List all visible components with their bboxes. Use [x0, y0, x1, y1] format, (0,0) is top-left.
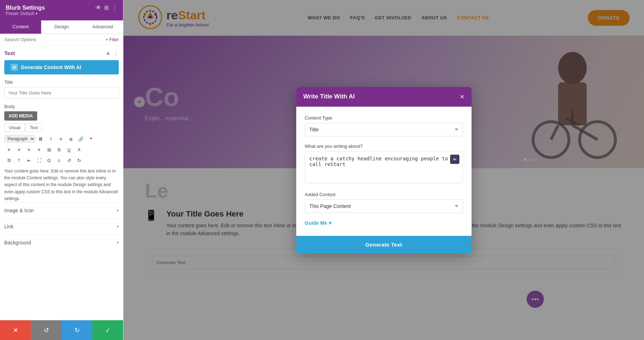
toolbar-row-3: ⧉ T ⇤ ⛶ Ω ☺ ↺ ↻	[4, 156, 119, 165]
ai-modal: Write Title With AI × Content Type Title…	[296, 87, 472, 253]
special-char-button[interactable]: Ω	[44, 156, 54, 165]
redo-icon: ↻	[74, 326, 80, 334]
fullscreen-button[interactable]: ⛶	[34, 156, 44, 165]
check-icon: ✓	[105, 326, 111, 334]
tab-content[interactable]: Content	[0, 20, 41, 34]
text-section-header: Text ▲ ⋮	[4, 50, 119, 57]
outdent-button[interactable]: ⇤	[24, 156, 34, 165]
collapse-icon[interactable]: ▲	[105, 50, 111, 57]
align-left-button[interactable]: ≡	[4, 145, 14, 154]
bottom-bar: ✕ ↺ ↻ ✓	[0, 320, 123, 340]
save-button[interactable]: ✓	[92, 320, 123, 340]
modal-overlay: Write Title With AI × Content Type Title…	[123, 0, 644, 340]
undo-button[interactable]: ↺	[31, 320, 62, 340]
editor-tabs: Visual Text	[4, 123, 119, 132]
background-section[interactable]: Background ▾	[4, 234, 119, 251]
close-button[interactable]: ✕	[0, 320, 31, 340]
tab-design[interactable]: Design	[41, 20, 82, 34]
bold-button[interactable]: B	[36, 134, 45, 144]
added-context-select[interactable]: This Page Content No Context Custom Cont…	[305, 199, 463, 213]
panel-icons: 👁 ⊞ ⋮	[96, 4, 117, 11]
columns-icon[interactable]: ⊞	[104, 4, 109, 11]
italic-button[interactable]: I	[46, 134, 55, 144]
toolbar-row-1: Paragraph B I ≡ ≣ 🔗 ❝	[4, 134, 119, 144]
chevron-link: ▾	[117, 224, 119, 229]
generate-content-button[interactable]: AI Generate Content With AI	[4, 60, 119, 74]
chevron-guide-icon: ▾	[329, 220, 331, 226]
guide-me-button[interactable]: Guide Me ▾	[305, 220, 463, 226]
added-context-label: Added Context	[305, 192, 463, 197]
title-label: Title	[4, 79, 119, 85]
table-button[interactable]: ⊞	[44, 145, 54, 154]
section-icons: ▲ ⋮	[105, 50, 119, 57]
redo-editor-button[interactable]: ↻	[74, 156, 84, 165]
modal-title: Write Title With AI	[303, 93, 355, 100]
align-right-button[interactable]: ≡	[24, 145, 34, 154]
title-input[interactable]	[4, 87, 119, 99]
ai-small-icon: AI	[11, 64, 18, 71]
chevron-image-icon: ▾	[117, 208, 119, 213]
content-type-select[interactable]: Title Body Description	[305, 123, 463, 136]
panel-header: Blurb Settings 👁 ⊞ ⋮ Preset: Default ▾	[0, 0, 123, 20]
undo-editor-button[interactable]: ↺	[64, 156, 74, 165]
panel-preset[interactable]: Preset: Default ▾	[6, 11, 117, 16]
modal-close-button[interactable]: ×	[460, 93, 464, 101]
emoji-button[interactable]: ☺	[54, 156, 64, 165]
add-media-button[interactable]: ADD MEDIA	[4, 111, 37, 121]
modal-header: Write Title With AI ×	[296, 87, 472, 107]
chevron-down-icon: ▾	[35, 11, 38, 16]
underline-button[interactable]: U	[64, 145, 74, 154]
text-section-title: Text	[4, 50, 15, 56]
redo-button[interactable]: ↻	[62, 320, 92, 340]
writing-about-textarea[interactable]: create a catchy headline encouraging peo…	[305, 151, 463, 183]
copy-button[interactable]: ⧉	[4, 156, 14, 165]
modal-footer: Generate Text	[296, 236, 472, 253]
content-type-label: Content Type	[305, 115, 463, 121]
search-input[interactable]	[4, 37, 103, 42]
quote-button[interactable]: ❝	[86, 134, 96, 144]
writing-about-label: What are you writing about?	[305, 144, 463, 149]
image-icon-section[interactable]: Image & Icon ▾	[4, 202, 119, 218]
modal-body: Content Type Title Body Description What…	[296, 107, 472, 236]
panel-tabs: Content Design Advanced	[0, 20, 123, 34]
justify-button[interactable]: ≡	[34, 145, 44, 154]
textarea-wrapper: create a catchy headline encouraging peo…	[305, 151, 463, 185]
text-tab[interactable]: Text	[25, 123, 42, 132]
link-section[interactable]: Link ▾	[4, 218, 119, 234]
panel-title: Blurb Settings	[6, 5, 45, 11]
tab-advanced[interactable]: Advanced	[82, 20, 123, 34]
ai-textarea-badge: AI	[450, 155, 459, 164]
more-icon[interactable]: ⋮	[112, 4, 117, 11]
generate-text-button[interactable]: Generate Text	[296, 236, 472, 253]
toolbar-row-2: ≡ ≡ ≡ ≡ ⊞ S U A	[4, 145, 119, 154]
panel-content: Text ▲ ⋮ AI Generate Content With AI Tit…	[0, 45, 123, 320]
close-icon: ✕	[13, 326, 18, 334]
undo-icon: ↺	[44, 326, 49, 334]
indent-button[interactable]: T	[14, 156, 24, 165]
color-button[interactable]: A	[74, 145, 84, 154]
filter-button[interactable]: + Filter	[106, 37, 119, 42]
section-menu-icon[interactable]: ⋮	[113, 50, 119, 57]
eye-icon[interactable]: 👁	[96, 5, 101, 11]
body-text: Your content goes here. Edit or remove t…	[4, 168, 119, 202]
search-bar: + Filter	[0, 34, 123, 45]
ul-button[interactable]: ≡	[56, 134, 65, 144]
link-button[interactable]: 🔗	[76, 134, 86, 144]
align-center-button[interactable]: ≡	[14, 145, 24, 154]
paragraph-select[interactable]: Paragraph	[4, 135, 35, 143]
visual-tab[interactable]: Visual	[4, 123, 25, 132]
strikethrough-button[interactable]: S	[54, 145, 64, 154]
main-area: reStart For a brighter future! WHAT WE D…	[123, 0, 644, 340]
body-label: Body	[4, 104, 119, 109]
ol-button[interactable]: ≣	[66, 134, 75, 144]
left-panel: Blurb Settings 👁 ⊞ ⋮ Preset: Default ▾ C…	[0, 0, 123, 340]
chevron-background: ▾	[117, 240, 119, 245]
